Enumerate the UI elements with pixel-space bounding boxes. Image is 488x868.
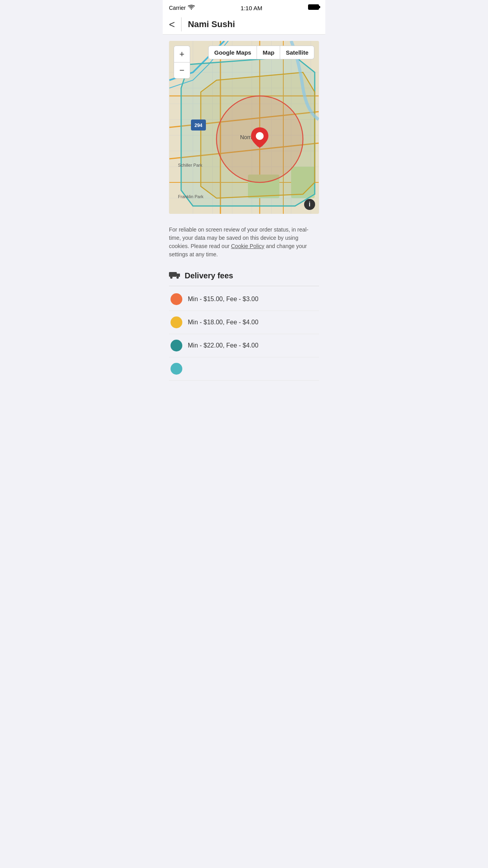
delivery-fees-header: Delivery fees <box>169 266 319 286</box>
content-area: For reliable on screen review of your or… <box>163 220 325 387</box>
satellite-view-button[interactable]: Satellite <box>280 46 314 59</box>
fee-item-1: Min - $15.00, Fee - $3.00 <box>169 288 319 311</box>
carrier-label: Carrier <box>169 5 186 11</box>
cookie-notice: For reliable on screen review of your or… <box>169 220 319 266</box>
zoom-out-button[interactable]: − <box>174 62 190 79</box>
fee-item-3: Min - $22.00, Fee - $4.00 <box>169 334 319 357</box>
wifi-icon <box>188 5 195 11</box>
svg-text:294: 294 <box>194 123 202 128</box>
fee-item-4 <box>169 357 319 381</box>
map-svg: 294 Norridge Schiller Park Franklin Park <box>169 41 319 214</box>
fee-dot-2 <box>171 316 182 328</box>
map-container[interactable]: 294 Norridge Schiller Park Franklin Park… <box>169 41 319 214</box>
fee-label-1: Min - $15.00, Fee - $3.00 <box>188 296 259 303</box>
svg-point-38 <box>176 276 179 279</box>
fee-label-2: Min - $18.00, Fee - $4.00 <box>188 319 259 326</box>
delivery-fees-section: Delivery fees Min - $15.00, Fee - $3.00 … <box>169 266 319 387</box>
map-top-buttons: Google Maps Map Satellite <box>208 46 314 59</box>
fee-label-3: Min - $22.00, Fee - $4.00 <box>188 342 259 349</box>
svg-text:Franklin Park: Franklin Park <box>178 194 204 199</box>
cookie-policy-link[interactable]: Cookie Policy <box>231 243 264 249</box>
zoom-in-button[interactable]: + <box>174 46 190 62</box>
fee-dot-4 <box>171 363 182 375</box>
fee-dot-3 <box>171 340 182 351</box>
delivery-fees-title: Delivery fees <box>185 271 233 280</box>
page-title: Nami Sushi <box>188 19 235 29</box>
fee-dot-1 <box>171 293 182 305</box>
map-view-button[interactable]: Map <box>257 46 280 59</box>
status-bar: Carrier 1:10 AM <box>163 0 325 14</box>
svg-rect-36 <box>169 272 177 277</box>
svg-point-35 <box>256 132 264 140</box>
fee-item-2: Min - $18.00, Fee - $4.00 <box>169 311 319 334</box>
svg-point-37 <box>170 276 172 279</box>
nav-divider <box>181 17 182 31</box>
google-maps-button[interactable]: Google Maps <box>208 46 257 59</box>
status-bar-left: Carrier <box>169 5 195 11</box>
back-button[interactable]: < <box>169 19 175 29</box>
delivery-truck-icon <box>169 270 181 281</box>
nav-header: < Nami Sushi <box>163 14 325 35</box>
map-zoom-controls: + − <box>174 46 190 79</box>
svg-text:Schiller Park: Schiller Park <box>178 163 202 167</box>
map-info-button[interactable]: i <box>304 199 315 210</box>
battery-indicator <box>308 4 319 11</box>
status-time: 1:10 AM <box>240 5 262 11</box>
